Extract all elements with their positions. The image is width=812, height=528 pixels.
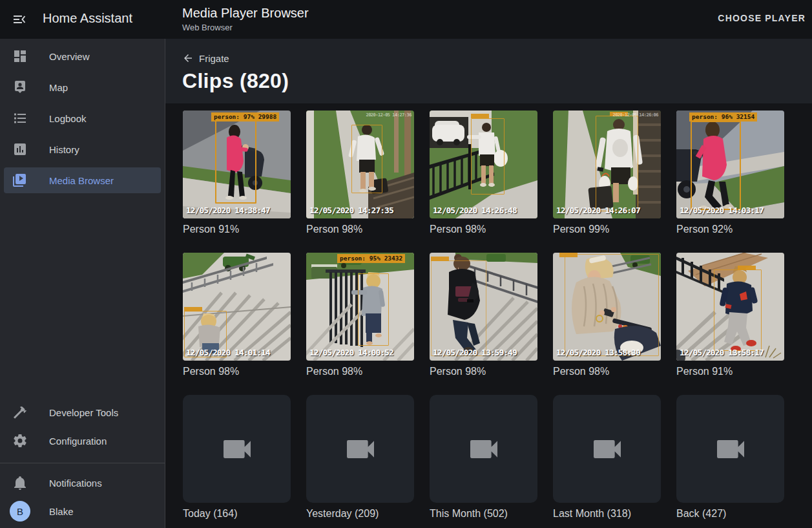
clip-timestamp-overlay: 12/05/2020 14:38:47 bbox=[186, 206, 270, 215]
folder-tile-today[interactable]: Today (164) bbox=[183, 395, 291, 520]
clip-scene bbox=[553, 111, 661, 218]
clip-timestamp-overlay: 12/05/2020 14:26:07 bbox=[556, 206, 640, 215]
breadcrumb-label: Frigate bbox=[199, 53, 229, 64]
breadcrumb[interactable]: Frigate bbox=[182, 52, 229, 64]
detection-label-small bbox=[738, 266, 756, 270]
sidebar-bottom: Developer Tools Configuration Notificati… bbox=[0, 397, 165, 528]
clip-tile[interactable]: 12/05/2020 13:58:17 Person 91% bbox=[676, 253, 784, 377]
clip-caption: Person 92% bbox=[676, 224, 784, 235]
media-browser-grid: person: 97% 29988 12/05/2020 14:38:47 Pe… bbox=[165, 103, 812, 528]
clip-tile[interactable]: 12/05/2020 13:58:30 Person 98% bbox=[553, 253, 661, 377]
choose-player-button[interactable]: CHOOSE PLAYER bbox=[718, 13, 806, 23]
clip-caption: Person 99% bbox=[553, 224, 661, 235]
clip-thumbnail[interactable]: 2020-12-05 14:26:06 12/05/2020 14:26:07 bbox=[553, 111, 661, 218]
clip-timestamp-overlay: 12/05/2020 13:59:49 bbox=[433, 348, 517, 357]
detection-label: person: 97% 29988 bbox=[211, 112, 279, 121]
clip-scene bbox=[553, 253, 661, 361]
sidebar-item-label: Overview bbox=[49, 51, 90, 62]
folder-label: Back (427) bbox=[676, 508, 784, 520]
sidebar-item-label: History bbox=[49, 144, 79, 155]
detection-label-small bbox=[559, 253, 578, 257]
view-dashboard-icon bbox=[12, 48, 28, 64]
clip-tile[interactable]: 12/05/2020 14:01:14 Person 98% bbox=[183, 253, 291, 377]
clip-thumbnail[interactable]: 12/05/2020 13:58:30 bbox=[553, 253, 661, 361]
clip-thumbnail[interactable]: 12/05/2020 13:58:17 bbox=[676, 253, 784, 361]
clip-thumbnail[interactable]: 12/05/2020 13:59:49 bbox=[430, 253, 537, 361]
clip-scene bbox=[306, 253, 414, 361]
folder-label: Yesterday (209) bbox=[306, 508, 414, 520]
sidebar-item-label: Notifications bbox=[49, 478, 102, 489]
video-icon bbox=[713, 431, 749, 467]
clip-thumbnail[interactable]: 12/05/2020 14:26:48 bbox=[430, 111, 537, 218]
detection-label: person: 95% 23432 bbox=[337, 254, 405, 263]
clip-tile[interactable]: person: 96% 32154 12/05/2020 14:03:17 Pe… bbox=[676, 111, 784, 235]
bell-icon bbox=[12, 475, 28, 491]
sidebar-item-developer-tools[interactable]: Developer Tools bbox=[4, 399, 161, 425]
folder-thumbnail[interactable] bbox=[306, 395, 414, 503]
folder-tile-yesterday[interactable]: Yesterday (209) bbox=[306, 395, 414, 520]
sidebar-item-notifications[interactable]: Notifications bbox=[4, 470, 161, 496]
clip-timestamp-overlay: 12/05/2020 14:26:48 bbox=[433, 206, 517, 215]
clip-timestamp-overlay: 12/05/2020 14:27:35 bbox=[309, 206, 393, 215]
panel-title: Media Player Browser bbox=[182, 6, 309, 21]
clip-tile[interactable]: person: 95% 23432 12/05/2020 14:00:52 Pe… bbox=[306, 253, 414, 377]
folder-thumbnail[interactable] bbox=[676, 395, 784, 503]
folder-tile-back[interactable]: Back (427) bbox=[676, 395, 784, 520]
video-icon bbox=[342, 431, 379, 467]
folder-tile-last-month[interactable]: Last Month (318) bbox=[553, 395, 661, 520]
sidebar-item-label: Logbook bbox=[49, 113, 87, 124]
clip-caption: Person 98% bbox=[430, 224, 537, 235]
clip-row: 12/05/2020 14:01:14 Person 98% bbox=[183, 253, 812, 377]
folder-label: Last Month (318) bbox=[553, 508, 661, 520]
detection-label: person: 96% 32154 bbox=[689, 112, 757, 121]
video-icon bbox=[466, 431, 502, 467]
hammer-icon bbox=[12, 405, 28, 420]
sidebar-item-configuration[interactable]: Configuration bbox=[4, 428, 161, 454]
app-title: Home Assistant bbox=[43, 11, 132, 26]
clip-thumbnail[interactable]: person: 95% 23432 12/05/2020 14:00:52 bbox=[306, 253, 414, 361]
folder-thumbnail[interactable] bbox=[553, 395, 661, 503]
folder-row: Today (164) Yesterday (209) This Month (… bbox=[183, 395, 812, 520]
clip-tile[interactable]: 2020-12-05 14:27:36 12/05/2020 14:27:35 … bbox=[306, 111, 414, 235]
menu-open-icon[interactable] bbox=[12, 12, 27, 27]
folder-thumbnail[interactable] bbox=[430, 395, 537, 503]
clip-tile[interactable]: 2020-12-05 14:26:06 12/05/2020 14:26:07 … bbox=[553, 111, 661, 235]
clip-thumbnail[interactable]: 2020-12-05 14:27:36 12/05/2020 14:27:35 bbox=[306, 111, 414, 218]
sidebar: Overview Map Logbook History Media Brows… bbox=[0, 39, 165, 528]
sidebar-item-user[interactable]: B Blake bbox=[4, 498, 161, 524]
sidebar-item-map[interactable]: Map bbox=[4, 74, 161, 100]
clip-thumbnail[interactable]: person: 97% 29988 12/05/2020 14:38:47 bbox=[183, 111, 291, 218]
clip-scene bbox=[676, 111, 784, 218]
page-title: Clips (820) bbox=[182, 69, 812, 93]
camera-timestamp-overlay: 2020-12-05 14:26:06 bbox=[612, 112, 658, 118]
clip-tile[interactable]: person: 97% 29988 12/05/2020 14:38:47 Pe… bbox=[183, 111, 291, 235]
panel-subtitle: Web Browser bbox=[182, 23, 309, 32]
clip-caption: Person 98% bbox=[430, 366, 537, 377]
sidebar-item-history[interactable]: History bbox=[4, 136, 161, 162]
clip-tile[interactable]: 12/05/2020 13:59:49 Person 98% bbox=[430, 253, 537, 377]
list-bulleted-icon bbox=[12, 111, 28, 126]
app-top-bar: Home Assistant Media Player Browser Web … bbox=[0, 0, 812, 39]
clip-caption: Person 91% bbox=[676, 366, 784, 377]
panel-title-block: Media Player Browser Web Browser bbox=[182, 6, 309, 32]
sidebar-item-overview[interactable]: Overview bbox=[4, 43, 161, 69]
sidebar-item-logbook[interactable]: Logbook bbox=[4, 105, 161, 131]
folder-thumbnail[interactable] bbox=[183, 395, 291, 503]
folder-tile-this-month[interactable]: This Month (502) bbox=[430, 395, 537, 520]
sidebar-item-label: Developer Tools bbox=[49, 407, 118, 418]
clip-scene bbox=[306, 111, 414, 218]
detection-label-small bbox=[471, 114, 489, 118]
clip-caption: Person 98% bbox=[306, 366, 414, 377]
sidebar-item-label: Configuration bbox=[49, 436, 107, 447]
sidebar-item-label: Map bbox=[49, 82, 68, 93]
clip-scene bbox=[430, 253, 537, 361]
clip-thumbnail[interactable]: person: 96% 32154 12/05/2020 14:03:17 bbox=[676, 111, 784, 218]
gear-icon bbox=[12, 433, 28, 449]
clip-timestamp-overlay: 12/05/2020 14:00:52 bbox=[309, 348, 393, 357]
clip-tile[interactable]: 12/05/2020 14:26:48 Person 98% bbox=[430, 111, 537, 235]
clip-thumbnail[interactable]: 12/05/2020 14:01:14 bbox=[183, 253, 291, 361]
sidebar-item-media-browser[interactable]: Media Browser bbox=[4, 167, 161, 193]
clip-scene bbox=[676, 253, 784, 361]
video-icon bbox=[589, 431, 625, 467]
account-location-icon bbox=[12, 79, 28, 95]
